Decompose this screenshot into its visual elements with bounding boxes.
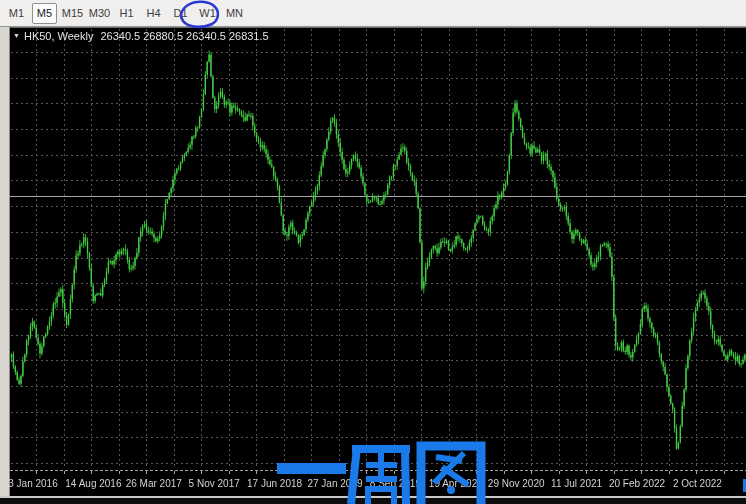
timeframe-button-m1[interactable]: M1 — [3, 3, 30, 24]
timeframe-button-w1[interactable]: W1 — [194, 3, 221, 24]
timeframe-button-h4[interactable]: H4 — [140, 3, 167, 24]
chart-ohlc-values: 26340.5 26880.5 26340.5 26831.5 — [100, 30, 268, 42]
timeframe-button-h1[interactable]: H1 — [113, 3, 140, 24]
x-axis-label: 26 Mar 2017 — [126, 478, 182, 489]
timeframe-button-mn[interactable]: MN — [221, 3, 248, 24]
x-axis-label: 2 Oct 2022 — [673, 478, 722, 489]
timeframe-toolbar: M1M5M15M30H1H4D1W1MN — [0, 0, 746, 27]
x-axis-label: 19 Apr 2020 — [429, 478, 483, 489]
chart-symbol-period: HK50, Weekly — [24, 30, 94, 42]
x-axis-label: 29 Nov 2020 — [488, 478, 545, 489]
timeframe-button-m5[interactable]: M5 — [32, 3, 57, 24]
x-axis-label: 5 Nov 2017 — [189, 478, 240, 489]
x-axis-label: 11 Jul 2021 — [551, 478, 602, 489]
timeframe-button-m15[interactable]: M15 — [59, 3, 86, 24]
x-axis-label: 20 Feb 2022 — [609, 478, 665, 489]
chart-window-left-border — [0, 27, 10, 497]
timeframe-button-d1[interactable]: D1 — [167, 3, 194, 24]
bottom-strip — [0, 498, 746, 504]
x-axis-label: 14 Aug 2016 — [65, 478, 121, 489]
price-chart-canvas[interactable] — [0, 0, 746, 504]
timeframe-button-m30[interactable]: M30 — [86, 3, 113, 24]
chart-title: ▼HK50, Weekly26340.5 26880.5 26340.5 268… — [13, 30, 269, 42]
x-axis-label: 17 Jun 2018 — [247, 478, 302, 489]
x-axis-label: 27 Jan 2019 — [307, 478, 362, 489]
x-axis-label: 3 Jan 2016 — [8, 478, 58, 489]
x-axis-label: 8 Sep 2019 — [370, 478, 421, 489]
mt4-chart-screen: M1M5M15M30H1H4D1W1MN ▼HK50, Weekly26340.… — [0, 0, 746, 504]
dropdown-arrow-icon[interactable]: ▼ — [13, 32, 20, 39]
